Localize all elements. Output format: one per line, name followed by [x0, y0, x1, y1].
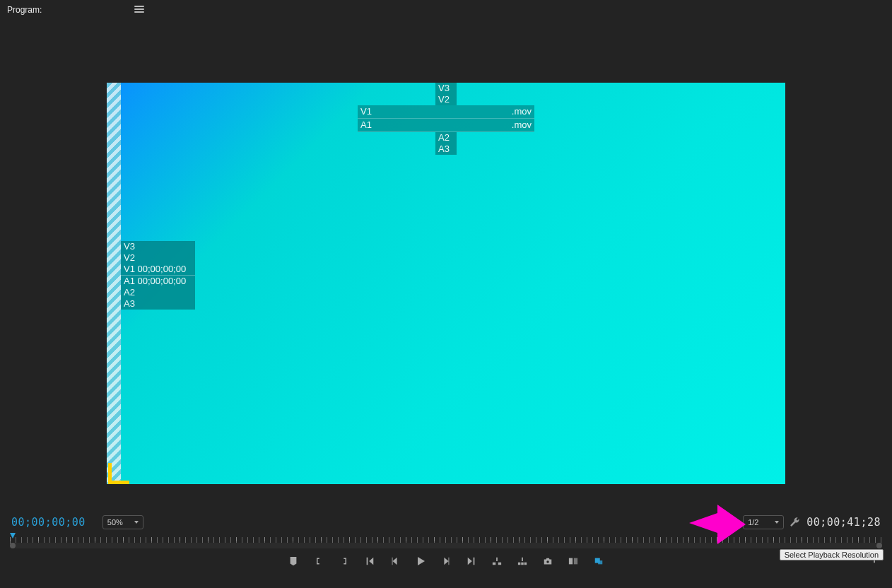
time-ruler[interactable] — [10, 533, 882, 548]
indicator-a1-clip — [377, 119, 506, 131]
left-v3: V3 — [121, 241, 195, 252]
comparison-view-button[interactable] — [567, 555, 580, 568]
left-a1: A1 00;00;00;00 — [121, 275, 195, 287]
left-a2: A2 — [121, 287, 195, 298]
svg-rect-4 — [598, 560, 602, 564]
panel-title-prefix: Program: — [7, 5, 42, 15]
edit-indicator-left: V3 V2 V1 00;00;00;00 A1 00;00;00;00 A2 A… — [121, 241, 195, 310]
settings-button[interactable] — [790, 517, 801, 528]
panel-header: Program: — [0, 0, 892, 20]
viewer-area: V3 V2 V1 .mov A1 .mov A2 A3 V3 V2 V1 00 — [0, 20, 892, 512]
export-frame-button[interactable] — [541, 555, 554, 568]
indicator-a2: A2 — [435, 132, 457, 143]
svg-rect-2 — [574, 558, 577, 565]
extract-icon — [517, 556, 528, 566]
indicator-v1-row: V1 .mov — [358, 105, 534, 119]
transport-controls — [0, 548, 892, 574]
hamburger-icon — [134, 6, 144, 13]
lift-icon — [491, 556, 503, 566]
controls-bar: 00;00;00;00 50% 1/2 00;00;41;28 — [0, 512, 892, 588]
step-forward-button[interactable] — [440, 555, 452, 568]
scrollbar-handle-right[interactable] — [876, 543, 882, 548]
svg-rect-1 — [569, 558, 573, 565]
go-out-icon — [466, 556, 476, 566]
chevron-down-icon — [775, 521, 779, 524]
indicator-v1-clip — [377, 105, 506, 118]
step-back-icon — [390, 556, 400, 566]
origin-corner-mark — [108, 463, 129, 484]
proxy-toggle-button[interactable] — [592, 555, 605, 568]
proxy-icon — [593, 556, 604, 566]
offscreen-hatch — [107, 83, 121, 484]
controls-info-row: 00;00;00;00 50% 1/2 00;00;41;28 — [0, 512, 892, 533]
left-a3: A3 — [121, 298, 195, 310]
extract-button[interactable] — [516, 555, 529, 568]
indicator-a1-row: A1 .mov — [358, 119, 534, 132]
indicator-a3: A3 — [435, 143, 457, 155]
step-back-button[interactable] — [389, 555, 401, 568]
program-viewport[interactable]: V3 V2 V1 .mov A1 .mov A2 A3 V3 V2 V1 00 — [107, 83, 785, 484]
go-to-out-button[interactable] — [465, 555, 478, 568]
compare-icon — [568, 556, 579, 566]
indicator-v3: V3 — [435, 83, 457, 94]
go-to-in-button[interactable] — [363, 555, 376, 568]
camera-icon — [542, 556, 553, 566]
wrench-icon — [790, 517, 801, 528]
bracket-in-icon — [315, 556, 323, 566]
mark-out-button[interactable] — [338, 555, 351, 568]
add-marker-button[interactable] — [287, 555, 300, 568]
zoom-value: 50% — [107, 518, 123, 527]
play-icon — [415, 555, 426, 567]
playback-resolution-dropdown[interactable]: 1/2 — [743, 515, 784, 529]
marker-icon — [288, 556, 298, 566]
step-forward-icon — [441, 556, 451, 566]
indicator-v2: V2 — [435, 94, 457, 105]
program-monitor-panel: Program: V3 V2 V1 .mov A1 .mov — [0, 0, 892, 588]
chevron-down-icon — [134, 521, 139, 524]
scrollbar-handle-left[interactable] — [10, 543, 16, 548]
tooltip: Select Playback Resolution — [780, 549, 884, 560]
current-timecode[interactable]: 00;00;00;00 — [11, 516, 86, 529]
panel-menu-button[interactable] — [134, 5, 144, 15]
controls-right-group: 1/2 00;00;41;28 — [743, 512, 881, 533]
time-scrollbar[interactable] — [10, 543, 882, 548]
resolution-value: 1/2 — [748, 518, 758, 527]
indicator-a1-label: A1 — [358, 119, 377, 131]
left-v2: V2 — [121, 252, 195, 264]
go-in-icon — [365, 556, 375, 566]
lift-button[interactable] — [491, 555, 503, 568]
mark-in-button[interactable] — [312, 555, 325, 568]
edit-indicator-top: V3 V2 V1 .mov A1 .mov A2 A3 — [358, 83, 534, 155]
left-v1: V1 00;00;00;00 — [121, 264, 195, 275]
indicator-a1-ext: .mov — [506, 119, 534, 131]
indicator-v1-label: V1 — [358, 105, 377, 118]
svg-point-0 — [546, 560, 549, 563]
indicator-v1-ext: .mov — [506, 105, 534, 118]
bracket-out-icon — [340, 556, 348, 566]
zoom-dropdown[interactable]: 50% — [102, 515, 143, 529]
sequence-duration: 00;00;41;28 — [806, 516, 881, 529]
panel-title: Program: — [7, 5, 42, 15]
play-button[interactable] — [414, 555, 427, 568]
